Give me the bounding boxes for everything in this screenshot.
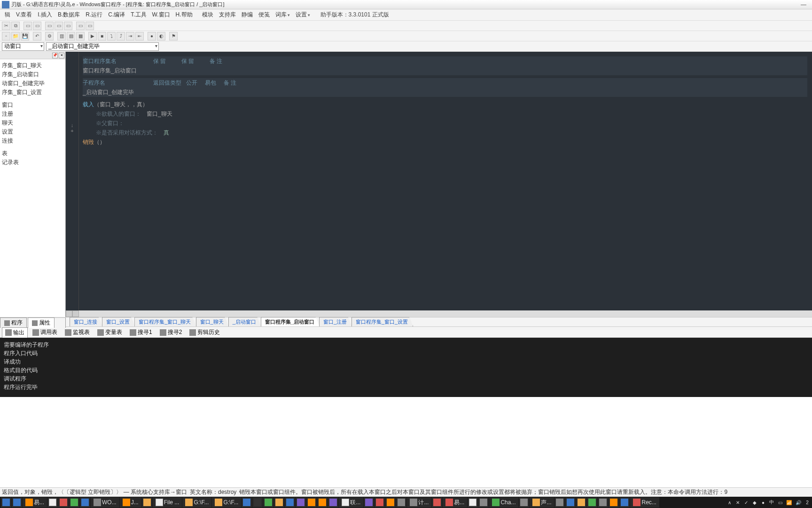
tb-run-icon[interactable]: ▶ (88, 32, 97, 40)
tray-t6-icon[interactable]: ▭ (776, 497, 784, 508)
taskbar-wechat[interactable] (69, 497, 79, 508)
tree-item[interactable]: 记录表 (1, 158, 64, 167)
taskbar-au[interactable] (306, 497, 317, 508)
taskbar-app7[interactable] (285, 497, 295, 508)
tree-item[interactable]: 表 (1, 149, 64, 158)
tb-b7-icon[interactable]: ▭ (86, 22, 94, 30)
taskbar-app4[interactable] (252, 497, 263, 508)
tree-item[interactable]: 窗口 (1, 101, 64, 110)
taskbar-pr[interactable] (296, 497, 306, 508)
taskbar-app15[interactable] (554, 497, 565, 508)
tb-open-icon[interactable]: 📁 (11, 32, 20, 40)
tree-item[interactable]: 序集_窗口_设置 (1, 88, 64, 97)
doc-tab[interactable]: _启动窗口 (228, 317, 261, 326)
tree-item[interactable]: 设置 (1, 127, 64, 136)
out-tab[interactable]: 监视表 (62, 327, 93, 337)
tb-b6-icon[interactable]: ▭ (76, 22, 85, 30)
taskbar-app18[interactable] (587, 497, 597, 508)
tb-search-icon[interactable]: ⚙ (45, 32, 54, 40)
tb-bp-icon[interactable]: ● (148, 32, 156, 40)
editor-hscroll[interactable]: ◀ ▶ (66, 310, 812, 317)
taskbar-app3[interactable] (242, 497, 252, 508)
doc-tab[interactable]: 窗口程序集_启动窗口 (261, 317, 320, 326)
tb-step2-icon[interactable]: ⤴ (117, 32, 125, 40)
proc-combo[interactable]: _启动窗口_创建完毕 (46, 42, 159, 51)
menu-tools[interactable]: T.工具 (128, 10, 149, 20)
tray-ime-icon[interactable]: 中 (768, 497, 775, 508)
scope-combo[interactable]: 动窗口 (2, 42, 44, 51)
tree-item[interactable]: 聊天 (1, 119, 64, 127)
output-panel[interactable]: 需要编译的子程序程序入口代码译成功格式目的代码调试程序程序运行完毕 (0, 338, 812, 397)
close-icon[interactable]: ✕ (59, 53, 64, 58)
menu-edit[interactable]: 辑 (2, 10, 13, 20)
out-tab[interactable]: 搜寻2 (157, 327, 185, 337)
tree-item[interactable]: 序集_窗口_聊天 (1, 61, 64, 70)
tb-cut-icon[interactable]: ✂ (2, 22, 10, 30)
tb-flag-icon[interactable]: ⚑ (169, 32, 178, 40)
tb-undo-icon[interactable]: ↶ (33, 32, 41, 40)
taskbar-gf2[interactable]: G:\F... (212, 497, 241, 508)
tb-layout2-icon[interactable]: ▤ (67, 32, 75, 40)
project-tree[interactable]: 序集_窗口_聊天序集_启动窗口动窗口_创建完毕序集_窗口_设置窗口注册聊天设置连… (0, 59, 65, 317)
tray-t4-icon[interactable]: ◆ (751, 497, 758, 508)
taskbar-yi[interactable]: 易... (23, 497, 47, 508)
tb-step4-icon[interactable]: ⇤ (135, 32, 144, 40)
taskbar-edge[interactable] (12, 497, 22, 508)
tb-bp2-icon[interactable]: ◐ (157, 32, 165, 40)
taskbar-app19[interactable] (598, 497, 608, 508)
tb-b3-icon[interactable]: ▭ (45, 22, 54, 30)
tray-chk-icon[interactable]: ✓ (742, 497, 750, 508)
taskbar-cha[interactable]: Cha... (489, 497, 518, 508)
tb-b1-icon[interactable]: ▭ (23, 22, 32, 30)
taskbar-file[interactable]: File ... (153, 497, 182, 508)
tray-clock-icon[interactable]: 2 (804, 497, 811, 508)
taskbar-start[interactable] (1, 497, 11, 508)
tb-copy-icon[interactable]: ⧉ (11, 22, 20, 30)
taskbar-w[interactable] (432, 497, 442, 508)
taskbar-app11[interactable]: 易... (443, 497, 467, 508)
pin-icon[interactable]: 📌 (52, 53, 58, 58)
taskbar-star[interactable] (80, 497, 90, 508)
tab-props[interactable]: 属性 (28, 318, 55, 328)
code-editor[interactable]: ↓ + 窗口程序集名 保 留 保 留 备 注 窗口程序集_启动窗口 子程序名 返… (66, 52, 812, 317)
code-body[interactable]: 窗口程序集名 保 留 保 留 备 注 窗口程序集_启动窗口 子程序名 返回值类型… (66, 52, 812, 151)
tb-step3-icon[interactable]: ⇥ (126, 32, 134, 40)
menu-dict[interactable]: 词库 (273, 10, 293, 20)
taskbar-app16[interactable] (565, 497, 576, 508)
menu-module[interactable]: 模块 (199, 10, 216, 20)
menu-settings[interactable]: 设置 (293, 10, 313, 20)
out-tab[interactable]: 剪辑历史 (187, 327, 223, 337)
doc-tab[interactable]: 窗口程序集_窗口_聊天 (134, 317, 196, 326)
taskbar-folder[interactable] (142, 497, 152, 508)
fold-down-icon[interactable]: ↓ (66, 122, 78, 128)
tb-b2-icon[interactable]: ▭ (33, 22, 41, 30)
tb-new-icon[interactable]: ▫ (2, 32, 10, 40)
out-tab[interactable]: 变量表 (94, 327, 125, 337)
taskbar-app1[interactable] (58, 497, 69, 508)
tray-t7-icon[interactable]: 📶 (785, 497, 793, 508)
fold-plus-icon[interactable]: + (66, 128, 78, 134)
taskbar-app8[interactable] (375, 497, 385, 508)
taskbar-pn[interactable] (328, 497, 338, 508)
taskbar-wo[interactable]: WO... (91, 497, 119, 508)
taskbar-app12[interactable] (468, 497, 478, 508)
menu-handy[interactable]: 便笺 (256, 10, 273, 20)
tab-program[interactable]: 程序 (0, 318, 27, 328)
taskbar-sheng[interactable]: 声... (530, 497, 554, 508)
taskbar-lian[interactable]: 联... (339, 497, 363, 508)
doc-tab[interactable]: 窗口_聊天 (196, 317, 229, 326)
taskbar-app21[interactable] (619, 497, 630, 508)
menu-static[interactable]: 静编 (239, 10, 256, 20)
taskbar-chrome[interactable] (47, 497, 58, 508)
taskbar-ae[interactable] (364, 497, 374, 508)
menu-help[interactable]: H.帮助 (173, 10, 195, 20)
out-tab[interactable]: 输出 (2, 327, 28, 338)
menu-run[interactable]: R.运行 (83, 10, 105, 20)
taskbar-app17[interactable] (576, 497, 586, 508)
tb-b5-icon[interactable]: ▭ (64, 22, 72, 30)
taskbar-rec[interactable]: Rec... (630, 497, 659, 508)
taskbar-app9[interactable] (385, 497, 396, 508)
taskbar-app14[interactable] (519, 497, 529, 508)
tree-item[interactable]: 动窗口_创建完毕 (1, 79, 64, 88)
menu-support[interactable]: 支持库 (216, 10, 239, 20)
